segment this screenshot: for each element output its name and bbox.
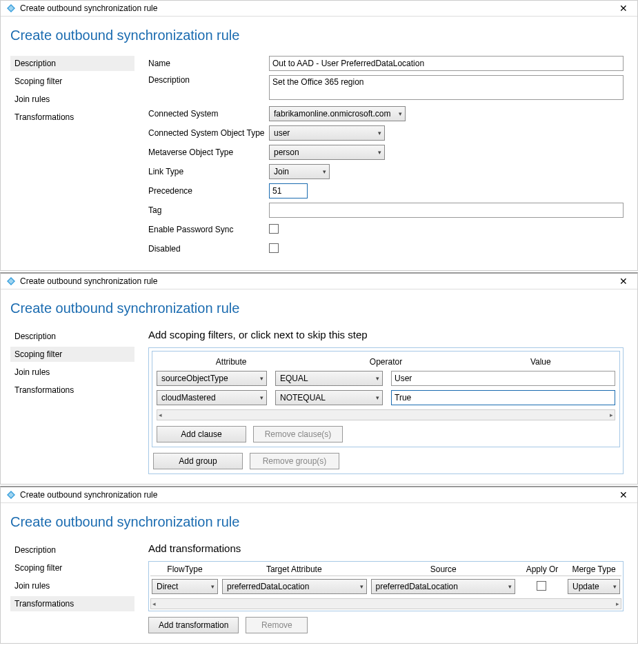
name-input[interactable] <box>269 56 624 71</box>
disabled-checkbox[interactable] <box>269 243 279 253</box>
mv-object-type-dropdown[interactable]: person▾ <box>269 145 385 160</box>
window-title: Create outbound synchronization rule <box>20 276 615 286</box>
precedence-input[interactable] <box>269 183 308 198</box>
window-title: Create outbound synchronization rule <box>20 490 615 500</box>
col-flowtype: FlowType <box>150 564 219 574</box>
label-precedence: Precedence <box>148 186 269 196</box>
chevron-down-icon: ▾ <box>211 583 215 590</box>
transformations-heading: Add transformations <box>148 542 624 554</box>
remove-transformation-button[interactable]: Remove <box>246 617 308 633</box>
flowtype-dropdown[interactable]: Direct▾ <box>152 579 218 594</box>
label-link-type: Link Type <box>148 167 269 176</box>
nav-description[interactable]: Description <box>10 56 134 71</box>
link-type-dropdown[interactable]: Join▾ <box>269 164 330 179</box>
source-dropdown[interactable]: preferredDataLocation▾ <box>371 579 516 594</box>
chevron-down-icon: ▾ <box>360 583 363 590</box>
page-title: Create outbound synchronization rule <box>10 514 624 530</box>
label-tag: Tag <box>148 205 269 215</box>
label-cs-object-type: Connected System Object Type <box>148 128 269 138</box>
titlebar: Create outbound synchronization rule ✕ <box>1 1 637 17</box>
apply-once-checkbox[interactable] <box>537 581 546 591</box>
filter-clause: cloudMastered▾ NOTEQUAL▾ <box>157 390 615 405</box>
wizard-nav: Description Scoping filter Join rules Tr… <box>10 542 134 633</box>
nav-transformations[interactable]: Transformations <box>10 383 134 398</box>
panel-transformations: Create outbound synchronization rule ✕ C… <box>0 486 638 644</box>
target-attribute-dropdown[interactable]: preferredDataLocation▾ <box>222 579 367 594</box>
chevron-down-icon: ▾ <box>260 394 263 401</box>
close-button[interactable]: ✕ <box>615 490 632 500</box>
transformation-row: Direct▾ preferredDataLocation▾ preferred… <box>150 576 621 597</box>
label-name: Name <box>148 59 269 68</box>
add-clause-button[interactable]: Add clause <box>157 426 246 442</box>
col-attribute: Attribute <box>158 357 304 367</box>
nav-scoping-filter[interactable]: Scoping filter <box>10 74 134 89</box>
filter-clause: sourceObjectType▾ EQUAL▾ <box>157 371 615 386</box>
page-title: Create outbound synchronization rule <box>10 28 624 43</box>
chevron-down-icon: ▾ <box>399 110 402 117</box>
label-enable-pw-sync: Enable Password Sync <box>148 225 269 234</box>
value-input[interactable] <box>391 390 615 405</box>
chevron-down-icon: ▾ <box>323 168 326 175</box>
nav-join-rules[interactable]: Join rules <box>10 92 134 107</box>
panel-scoping-filter: Create outbound synchronization rule ✕ C… <box>0 272 638 485</box>
label-mv-object-type: Metaverse Object Type <box>148 147 269 157</box>
chevron-down-icon: ▾ <box>260 375 263 382</box>
filter-columns-header: Attribute Operator Value <box>157 356 615 371</box>
connected-system-dropdown[interactable]: fabrikamonline.onmicrosoft.com▾ <box>269 106 406 121</box>
transformations-area: Add transformations FlowType Target Attr… <box>134 542 624 633</box>
col-operator: Operator <box>312 357 459 367</box>
tag-input[interactable] <box>269 203 624 218</box>
merge-type-dropdown[interactable]: Update▾ <box>568 579 620 594</box>
titlebar: Create outbound synchronization rule ✕ <box>1 274 637 289</box>
chevron-down-icon: ▾ <box>613 583 617 590</box>
titlebar: Create outbound synchronization rule ✕ <box>1 487 637 503</box>
horizontal-scrollbar[interactable]: ◂▸ <box>157 409 615 420</box>
nav-join-rules[interactable]: Join rules <box>10 578 134 593</box>
cs-object-type-dropdown[interactable]: user▾ <box>269 125 385 141</box>
scoping-area: Add scoping filters, or click next to sk… <box>134 329 624 474</box>
chevron-down-icon: ▾ <box>508 583 512 590</box>
close-button[interactable]: ✕ <box>615 3 632 13</box>
remove-clauses-button[interactable]: Remove clause(s) <box>253 426 343 442</box>
attribute-dropdown[interactable]: cloudMastered▾ <box>157 390 267 405</box>
app-icon <box>6 276 16 286</box>
close-button[interactable]: ✕ <box>615 276 632 286</box>
add-transformation-button[interactable]: Add transformation <box>148 617 239 633</box>
form-area: Name Description Set the Office 365 regi… <box>134 56 624 261</box>
filter-group: Attribute Operator Value sourceObjectTyp… <box>148 347 624 474</box>
nav-description[interactable]: Description <box>10 542 134 558</box>
col-value: Value <box>468 357 614 367</box>
enable-pw-sync-checkbox[interactable] <box>269 224 279 234</box>
col-source: Source <box>369 564 519 574</box>
nav-scoping-filter[interactable]: Scoping filter <box>10 560 134 576</box>
nav-transformations[interactable]: Transformations <box>10 596 134 611</box>
remove-groups-button[interactable]: Remove group(s) <box>250 453 339 469</box>
nav-description[interactable]: Description <box>10 329 134 344</box>
operator-dropdown[interactable]: EQUAL▾ <box>275 371 383 386</box>
label-description: Description <box>148 75 269 85</box>
operator-dropdown[interactable]: NOTEQUAL▾ <box>275 390 383 405</box>
horizontal-scrollbar[interactable]: ◂▸ <box>150 598 621 609</box>
app-icon <box>6 490 16 500</box>
transformations-columns-header: FlowType Target Attribute Source Apply O… <box>150 563 621 576</box>
description-input[interactable]: Set the Office 365 region <box>269 75 624 100</box>
attribute-dropdown[interactable]: sourceObjectType▾ <box>157 371 267 386</box>
nav-scoping-filter[interactable]: Scoping filter <box>10 347 134 362</box>
label-connected-system: Connected System <box>148 109 269 119</box>
nav-transformations[interactable]: Transformations <box>10 110 134 125</box>
col-target-attribute: Target Attribute <box>219 564 369 574</box>
nav-join-rules[interactable]: Join rules <box>10 365 134 380</box>
panel-description: Create outbound synchronization rule ✕ C… <box>0 0 638 271</box>
chevron-down-icon: ▾ <box>378 149 381 156</box>
value-input[interactable] <box>391 371 615 386</box>
col-apply-once: Apply Or <box>518 564 566 574</box>
chevron-down-icon: ▾ <box>378 130 381 136</box>
wizard-nav: Description Scoping filter Join rules Tr… <box>10 329 134 474</box>
add-group-button[interactable]: Add group <box>153 453 243 469</box>
col-merge-type: Merge Type <box>566 564 621 574</box>
chevron-down-icon: ▾ <box>376 394 379 401</box>
window-title: Create outbound synchronization rule <box>20 3 615 13</box>
chevron-down-icon: ▾ <box>376 375 379 382</box>
scoping-heading: Add scoping filters, or click next to sk… <box>148 329 624 340</box>
label-disabled: Disabled <box>148 244 269 254</box>
